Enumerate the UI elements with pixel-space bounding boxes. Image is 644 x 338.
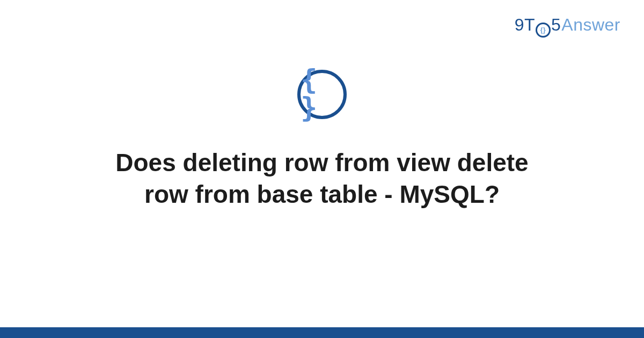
logo-circle-icon: {}: [536, 23, 551, 38]
logo-text-5: 5: [551, 15, 561, 35]
footer-bar: [0, 327, 644, 338]
code-braces-icon: { }: [301, 65, 343, 121]
site-logo: 9T {} 5 Answer: [515, 15, 620, 36]
logo-text-9t: 9T: [515, 15, 535, 35]
topic-icon-ring: { }: [297, 70, 347, 119]
question-title: Does deleting row from view delete row f…: [80, 147, 564, 210]
main-content: { } Does deleting row from view delete r…: [0, 70, 644, 210]
logo-text-answer: Answer: [561, 15, 620, 35]
logo-circle-inner: {}: [540, 26, 546, 34]
